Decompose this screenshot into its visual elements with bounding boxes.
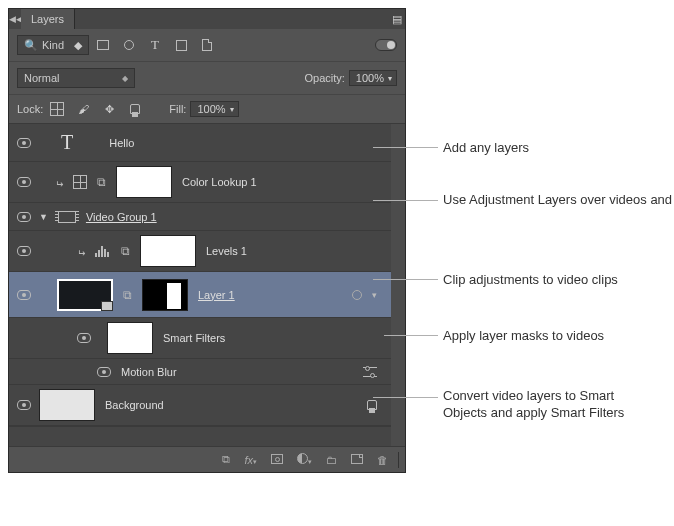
blend-opacity-row: Normal ◆ Opacity: 100% ▾ — [9, 61, 405, 94]
type-layer-icon: T — [61, 131, 73, 154]
lock-position-icon[interactable]: ✥ — [101, 101, 117, 117]
add-mask-icon[interactable] — [271, 454, 283, 466]
circle-icon — [352, 290, 362, 300]
opacity-input[interactable]: 100% ▾ — [349, 70, 397, 86]
clip-icon: ↴ — [76, 247, 87, 255]
filter-adjustment-icon[interactable] — [121, 37, 137, 53]
kind-label: Kind — [42, 39, 64, 51]
video-thumbnail[interactable] — [57, 279, 113, 311]
mask-thumbnail[interactable] — [140, 235, 196, 267]
filter-type-icon[interactable]: T — [147, 37, 163, 53]
panel-header: ◀◀ Layers ▤ — [9, 9, 405, 29]
grid-icon — [73, 175, 87, 189]
lock-transparency-icon[interactable] — [49, 101, 65, 117]
layer-label: Color Lookup 1 — [182, 176, 257, 188]
search-icon: 🔍 — [24, 39, 38, 52]
layer-label: Hello — [109, 137, 134, 149]
layer-label: Levels 1 — [206, 245, 247, 257]
fill-input[interactable]: 100% ▾ — [190, 101, 238, 117]
visibility-icon[interactable] — [77, 333, 91, 343]
link-icon: ⧉ — [97, 175, 106, 189]
visibility-icon[interactable] — [17, 246, 31, 256]
kind-filter-dropdown[interactable]: 🔍 Kind ◆ — [17, 35, 89, 55]
filter-smart-icon[interactable] — [199, 37, 215, 53]
visibility-icon[interactable] — [17, 212, 31, 222]
link-icon: ⧉ — [123, 288, 132, 302]
annotation: Use Adjustment Layers over videos and cl… — [443, 192, 674, 209]
visibility-icon[interactable] — [17, 177, 31, 187]
blend-mode-dropdown[interactable]: Normal ◆ — [17, 68, 135, 88]
expand-icon[interactable]: ▾ — [372, 290, 377, 300]
link-icon: ⧉ — [121, 244, 130, 258]
disclosure-icon[interactable]: ▼ — [39, 212, 48, 222]
fill-value: 100% — [197, 103, 225, 115]
annotation: Apply layer masks to videos — [443, 328, 604, 345]
layers-panel: ◀◀ Layers ▤ 🔍 Kind ◆ T Normal ◆ Opacity:… — [8, 8, 406, 473]
film-icon — [58, 211, 76, 223]
filter-toggle-switch[interactable] — [375, 39, 397, 51]
layers-tab[interactable]: Layers — [21, 9, 75, 29]
lock-icon — [367, 400, 377, 410]
panel-footer: ⧉ fx▾ ▾ 🗀 🗑 — [9, 446, 405, 472]
clip-icon: ↴ — [54, 178, 65, 186]
layer-row-layer1[interactable]: ⧉ Layer 1 ▾ — [9, 272, 391, 318]
collapse-icon[interactable]: ◀◀ — [9, 14, 21, 24]
empty-area — [9, 426, 391, 446]
annotation: Add any layers — [443, 140, 529, 157]
annotation: Convert video layers to Smart Objects an… — [443, 388, 624, 422]
chevron-updown-icon: ◆ — [122, 74, 128, 83]
layer-row-text[interactable]: T Hello — [9, 124, 391, 162]
smart-object-badge — [101, 301, 113, 311]
opacity-value: 100% — [356, 72, 384, 84]
lock-fill-row: Lock: 🖌 ✥ Fill: 100% ▾ — [9, 94, 405, 124]
lock-label: Lock: — [17, 103, 43, 115]
filter-name: Motion Blur — [121, 366, 177, 378]
delete-layer-icon[interactable]: 🗑 — [377, 454, 388, 466]
lock-icons: 🖌 ✥ — [49, 101, 143, 117]
layer-mask-thumbnail[interactable] — [142, 279, 188, 311]
new-group-icon[interactable]: 🗀 — [326, 454, 337, 466]
mask-thumbnail[interactable] — [116, 166, 172, 198]
filter-bar: 🔍 Kind ◆ T — [9, 29, 405, 61]
layer-thumbnail[interactable] — [39, 389, 95, 421]
layer-row-video-group[interactable]: ▼ Video Group 1 — [9, 203, 391, 231]
fx-icon[interactable]: fx▾ — [244, 454, 257, 466]
layer-label: Layer 1 — [198, 289, 235, 301]
annotation: Clip adjustments to video clips — [443, 272, 618, 289]
visibility-icon[interactable] — [17, 400, 31, 410]
layer-row-smart-filters[interactable]: Smart Filters — [9, 318, 391, 359]
layer-row-color-lookup[interactable]: ↴ ⧉ Color Lookup 1 — [9, 162, 391, 203]
layer-label: Video Group 1 — [86, 211, 157, 223]
filter-options-icon[interactable] — [363, 367, 377, 377]
visibility-icon[interactable] — [17, 138, 31, 148]
flyout-menu-icon[interactable]: ▤ — [389, 13, 405, 26]
layer-label: Background — [105, 399, 164, 411]
blend-mode-value: Normal — [24, 72, 59, 84]
chevron-down-icon: ◆ — [74, 39, 82, 52]
levels-icon — [95, 245, 111, 257]
opacity-label: Opacity: — [305, 72, 345, 84]
filter-icons: T — [95, 37, 215, 53]
filter-mask-thumbnail[interactable] — [107, 322, 153, 354]
new-layer-icon[interactable] — [351, 454, 363, 466]
lock-all-icon[interactable] — [127, 101, 143, 117]
chevron-down-icon: ▾ — [230, 105, 234, 114]
fill-label: Fill: — [169, 103, 186, 115]
layer-row-motion-blur[interactable]: Motion Blur — [9, 359, 391, 385]
lock-pixels-icon[interactable]: 🖌 — [75, 101, 91, 117]
visibility-icon[interactable] — [17, 290, 31, 300]
visibility-icon[interactable] — [97, 367, 111, 377]
layer-row-levels[interactable]: ↴ ⧉ Levels 1 — [9, 231, 391, 272]
link-layers-icon[interactable]: ⧉ — [222, 453, 230, 466]
filter-shape-icon[interactable] — [173, 37, 189, 53]
adjustment-layer-icon[interactable]: ▾ — [297, 453, 312, 466]
layer-row-background[interactable]: Background — [9, 385, 391, 426]
filter-pixel-icon[interactable] — [95, 37, 111, 53]
smart-filters-label: Smart Filters — [163, 332, 225, 344]
chevron-down-icon: ▾ — [388, 74, 392, 83]
layers-list: T Hello ↴ ⧉ Color Lookup 1 ▼ Video Group… — [9, 124, 405, 446]
